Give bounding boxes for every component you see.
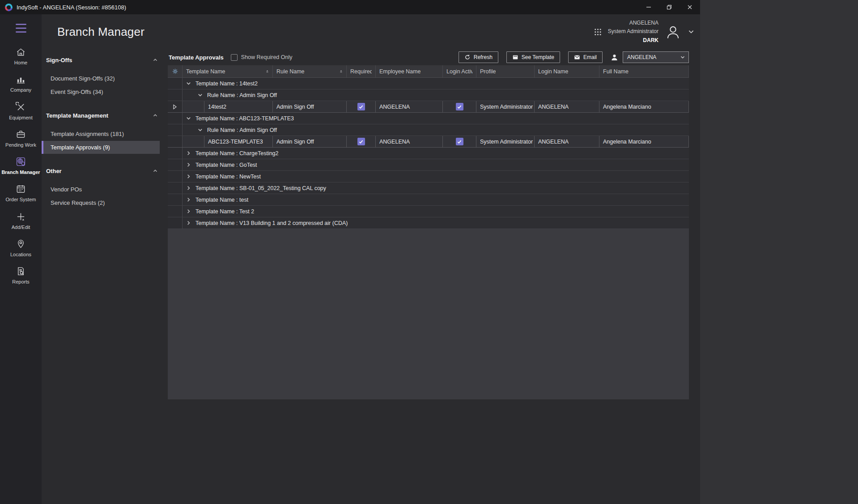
group-row[interactable]: Template Name : V13 Building 1 and 2 com…	[168, 217, 689, 229]
user-filter-dropdown[interactable]: ANGELENA	[623, 51, 689, 63]
minimize-button[interactable]	[638, 0, 659, 14]
see-template-label: See Template	[522, 54, 554, 60]
group-row[interactable]: Template Name : ChargeTesting2	[168, 148, 689, 159]
cell-template-name: 14test2	[204, 101, 273, 112]
nav-item-vendor-pos[interactable]: Vendor POs	[42, 183, 160, 196]
restore-button[interactable]	[659, 0, 680, 14]
user-info: ANGELENA System Administrator DARK	[608, 19, 658, 45]
sidebar-item-label: Equipment	[9, 114, 33, 121]
nav-item-template-approvals-9[interactable]: Template Approvals (9)	[42, 141, 160, 154]
user-name: ANGELENA	[608, 19, 658, 27]
email-button[interactable]: Email	[568, 51, 603, 63]
chevron-right-icon	[186, 197, 191, 203]
column-header-login-name[interactable]: Login Name	[535, 65, 599, 77]
group-row[interactable]: Rule Name : Admin Sign Off	[168, 89, 689, 101]
group-row[interactable]: Rule Name : Admin Sign Off	[168, 124, 689, 136]
nav-item-service-requests-2[interactable]: Service Requests (2)	[42, 196, 160, 209]
column-header-label: Profile	[480, 68, 496, 75]
sidebar-item-reports[interactable]: Reports	[0, 262, 42, 289]
data-row[interactable]: 14test2Admin Sign OffANGELENASystem Admi…	[168, 101, 689, 113]
row-gutter	[168, 89, 183, 101]
close-icon	[687, 4, 692, 10]
sidebar-item-pending-work[interactable]: Pending Work	[0, 125, 42, 152]
grid-options-cell[interactable]	[168, 65, 183, 77]
chevron-down-icon	[197, 127, 203, 133]
chevron-right-icon	[186, 220, 191, 226]
user-role: System Administrator	[608, 27, 658, 36]
chevron-right-icon	[186, 150, 191, 156]
chevron-up-icon	[153, 57, 158, 63]
avatar-icon[interactable]	[665, 24, 681, 40]
column-header-label: Rule Name	[276, 68, 305, 75]
cell-rule-name-text: Admin Sign Off	[276, 104, 314, 110]
toolbar-buttons: Refresh See Template Email	[459, 51, 689, 63]
cell-profile: System Administrator	[476, 136, 535, 147]
column-header-profile[interactable]: Profile	[476, 65, 535, 77]
cell-employee-name-text: ANGELENA	[379, 139, 410, 145]
nav-section-header-template-management[interactable]: Template Management	[42, 109, 168, 122]
group-row[interactable]: Template Name : NewTest	[168, 171, 689, 182]
group-row[interactable]: Template Name : Test 2	[168, 206, 689, 217]
cell-required	[347, 136, 376, 147]
group-row-label: Template Name : SB-01_05_2022_Testing CA…	[195, 185, 326, 191]
group-row[interactable]: Template Name : SB-01_05_2022_Testing CA…	[168, 182, 689, 194]
required-checkbox[interactable]	[357, 103, 365, 110]
content-header: Branch Manager ANGELENA System Administr…	[42, 14, 700, 49]
nav-item-template-assignments-181[interactable]: Template Assignments (181)	[42, 127, 160, 140]
sort-asc-icon	[338, 69, 343, 74]
group-row[interactable]: Template Name : test	[168, 194, 689, 206]
nav-item-event-sign-offs-34[interactable]: Event Sign-Offs (34)	[42, 85, 160, 98]
sidebar-item-company[interactable]: Company	[0, 70, 42, 97]
row-gutter	[168, 136, 183, 147]
group-row[interactable]: Template Name : ABC123-TEMPLATE3	[168, 113, 689, 124]
column-header-login-active[interactable]: Login Active	[443, 65, 476, 77]
data-row[interactable]: ABC123-TEMPLATE3Admin Sign OffANGELENASy…	[168, 136, 689, 148]
required-checkbox[interactable]	[357, 138, 365, 145]
close-button[interactable]	[680, 0, 700, 14]
cell-login-active	[443, 101, 476, 112]
menu-button[interactable]	[14, 21, 28, 35]
column-header-full-name[interactable]: Full Name	[599, 65, 689, 77]
chevron-down-icon[interactable]	[688, 28, 695, 35]
nav-item-document-sign-offs-32[interactable]: Document Sign-Offs (32)	[42, 72, 160, 85]
column-header-rule-name[interactable]: Rule Name	[273, 65, 347, 77]
row-gutter	[168, 101, 183, 112]
login-active-checkbox[interactable]	[456, 103, 463, 110]
see-template-button[interactable]: See Template	[506, 51, 560, 63]
sidebar-item-locations[interactable]: Locations	[0, 235, 42, 262]
titlebar: IndySoft - ANGELENA (Session: #856108)	[0, 0, 700, 14]
sidebar-item-label: Add/Edit	[12, 224, 30, 230]
show-required-only[interactable]: Show Required Only	[231, 54, 293, 61]
sidebar-item-home[interactable]: Home	[0, 43, 42, 70]
sidebar-item-add-edit[interactable]: Add/Edit	[0, 208, 42, 235]
group-row[interactable]: Template Name : 14test2	[168, 78, 689, 89]
column-header-template-name[interactable]: Template Name	[183, 65, 273, 77]
person-icon	[611, 54, 618, 61]
cell-login-active	[443, 136, 476, 147]
column-header-required[interactable]: Required	[347, 65, 376, 77]
user-filter-value: ANGELENA	[627, 54, 656, 60]
header-right: ANGELENA System Administrator DARK	[594, 19, 695, 45]
sidebar-item-branch-manager[interactable]: Branch Manager	[0, 152, 42, 180]
login-active-checkbox[interactable]	[456, 138, 463, 145]
page-title: Branch Manager	[57, 25, 144, 39]
sidebar-item-label: Reports	[12, 279, 30, 285]
show-required-only-checkbox[interactable]	[231, 54, 238, 61]
grid-toolbar: Template Approvals Show Required Only Re…	[168, 49, 689, 65]
column-header-employee-name[interactable]: Employee Name	[376, 65, 443, 77]
sidebar-item-label: Locations	[10, 251, 31, 258]
nav-section-header-other[interactable]: Other	[42, 165, 168, 177]
email-icon	[574, 54, 580, 60]
sidebar-item-order-system[interactable]: Order System	[0, 180, 42, 207]
apps-grid-icon[interactable]	[594, 28, 602, 36]
refresh-button[interactable]: Refresh	[459, 51, 498, 63]
group-row-label: Template Name : GoTest	[195, 162, 257, 168]
sidebar-item-equipment[interactable]: Equipment	[0, 98, 42, 125]
group-row[interactable]: Template Name : GoTest	[168, 159, 689, 171]
sort-asc-icon	[264, 69, 269, 74]
refresh-label: Refresh	[474, 54, 493, 60]
row-gutter	[168, 217, 183, 229]
equipment-icon	[16, 102, 26, 112]
nav-section-header-sign-offs[interactable]: Sign-Offs	[42, 54, 168, 66]
nav-section-title: Template Management	[46, 112, 108, 119]
